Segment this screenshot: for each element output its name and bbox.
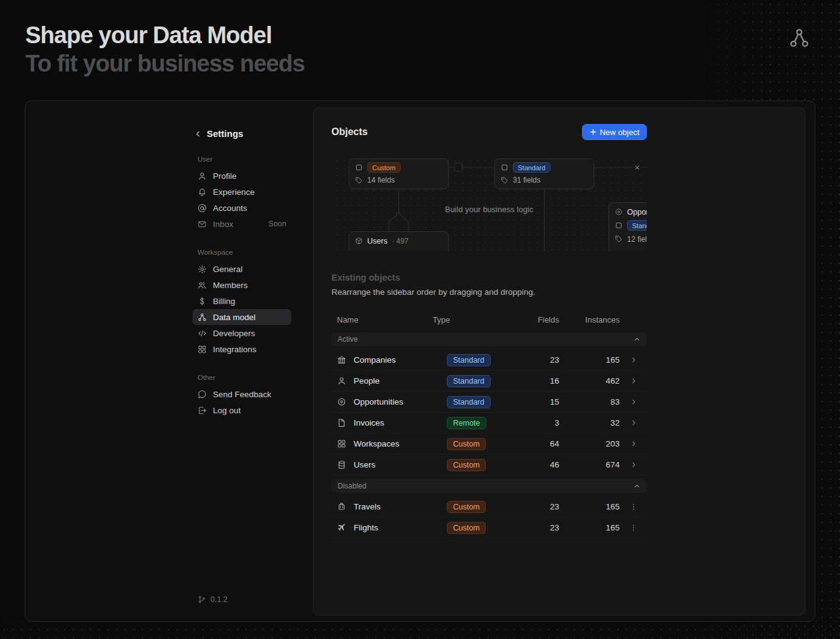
blocks-icon (337, 439, 346, 448)
logout-icon (198, 406, 207, 415)
type-badge: Custom (447, 501, 486, 513)
object-row-flights[interactable]: Flights Custom 23 165 (331, 517, 647, 538)
table-header: Name Type Fields Instances (331, 310, 647, 329)
inbox-icon (198, 220, 207, 229)
object-row-people[interactable]: People Standard 16 462 (331, 371, 647, 392)
panel-title: Objects (331, 126, 368, 138)
group-header-disabled[interactable]: Disabled (331, 479, 647, 493)
fields-count: 16 (513, 376, 559, 385)
chevron-up-icon (633, 336, 641, 343)
object-row-workspaces[interactable]: Workspaces Custom 64 203 (331, 434, 647, 455)
section-label-other: Other (198, 374, 291, 381)
sidebar-item-send-feedback[interactable]: Send Feedback (193, 386, 291, 402)
sidebar-item-label: Profile (213, 171, 236, 181)
column-name: Name (331, 315, 433, 324)
object-row-opportunities[interactable]: Opportunities Standard 15 83 (331, 392, 647, 413)
new-object-button[interactable]: New object (582, 124, 647, 140)
group-label: Disabled (338, 482, 367, 490)
instances-count: 203 (559, 439, 620, 448)
fields-count: 14 fields (367, 176, 395, 184)
sidebar-item-label: Members (213, 281, 247, 290)
canvas-node-custom[interactable]: Custom 14 fields (349, 159, 449, 189)
plus-icon (589, 128, 597, 136)
person-icon (337, 376, 346, 385)
sidebar-item-label: Inbox (213, 220, 233, 229)
fields-count: 12 fields (627, 235, 647, 244)
dots-vertical-icon (630, 524, 638, 532)
object-row-travels[interactable]: Travels Custom 23 165 (331, 497, 647, 517)
type-badge: Standard (447, 396, 491, 408)
chevron-right-icon (630, 377, 638, 385)
bell-icon (198, 188, 207, 197)
object-row-users[interactable]: Users Custom 46 674 (331, 455, 647, 476)
target-icon (337, 397, 346, 406)
type-badge: Standard (447, 354, 491, 366)
sidebar-item-integrations[interactable]: Integrations (193, 341, 291, 357)
remove-connection-button[interactable] (633, 163, 642, 172)
page-subtitle: To fit your business needs (25, 49, 305, 78)
sidebar-item-developers[interactable]: Developers (193, 325, 291, 341)
blocks-icon (198, 345, 207, 354)
row-menu-button[interactable] (620, 524, 647, 532)
object-name: People (354, 376, 380, 385)
object-name: Workspaces (354, 439, 399, 448)
user-icon (198, 171, 207, 181)
sidebar-item-data-model[interactable]: Data model (193, 309, 291, 325)
settings-back-button[interactable]: Settings (193, 128, 291, 139)
new-object-label: New object (600, 128, 639, 137)
object-row-companies[interactable]: Companies Standard 23 165 (331, 350, 647, 371)
sidebar-item-label: Developers (213, 329, 255, 338)
object-name: Invoices (354, 418, 385, 427)
file-icon (337, 418, 346, 427)
sidebar-item-log-out[interactable]: Log out (193, 402, 291, 418)
tag-icon (615, 235, 623, 243)
box-icon (355, 163, 363, 171)
object-name: Opportunities (354, 397, 403, 406)
settings-window: Settings User Profile Experience Account… (25, 101, 815, 622)
card-left-spacer (25, 101, 193, 621)
type-badge: Custom (447, 438, 486, 450)
chevron-right-icon (630, 461, 638, 469)
sidebar-item-experience[interactable]: Experience (193, 184, 291, 200)
fields-count: 23 (513, 523, 559, 532)
object-name: Travels (354, 502, 381, 511)
settings-title: Settings (207, 128, 243, 139)
sidebar-item-general[interactable]: General (193, 261, 291, 277)
existing-objects-heading: Existing objects (331, 273, 647, 282)
sidebar-item-profile[interactable]: Profile (193, 168, 291, 184)
sidebar-item-billing[interactable]: Billing (193, 293, 291, 309)
database-icon (337, 460, 346, 469)
sidebar-item-accounts[interactable]: Accounts (193, 200, 291, 216)
canvas-caption: Build your business logic (445, 205, 533, 214)
section-label-user: User (198, 155, 291, 163)
tag-icon (501, 176, 509, 184)
data-model-canvas[interactable]: Custom 14 fields Standard 31 fields (331, 155, 647, 251)
group-label: Active (338, 335, 358, 344)
object-row-invoices[interactable]: Invoices Remote 3 32 (331, 413, 647, 434)
sidebar-item-label: Log out (213, 406, 241, 415)
row-menu-button[interactable] (620, 503, 647, 511)
sidebar-item-inbox[interactable]: Inbox Soon (193, 216, 291, 232)
canvas-node-opportunities[interactable]: Opportunities Standard 12 fields (609, 202, 647, 251)
canvas-node-users[interactable]: Users · 497 (349, 231, 449, 251)
code-icon (198, 329, 207, 338)
chevron-left-icon (194, 130, 202, 138)
sidebar-item-label: General (213, 265, 243, 274)
data-model-icon (198, 313, 207, 322)
instances-count: 462 (559, 376, 620, 385)
tag-icon (355, 176, 363, 184)
box-icon (615, 221, 623, 229)
instances-count: 165 (559, 502, 620, 511)
git-branch-icon (198, 595, 206, 604)
type-badge: Custom (447, 459, 486, 471)
canvas-node-standard[interactable]: Standard 31 fields (494, 159, 594, 189)
object-name: Users (354, 460, 375, 469)
sidebar-item-label: Integrations (213, 345, 257, 354)
chevron-right-icon (630, 398, 638, 406)
sidebar-item-members[interactable]: Members (193, 277, 291, 293)
group-header-active[interactable]: Active (331, 332, 647, 346)
column-type: Type (433, 315, 513, 324)
plane-icon (337, 523, 346, 532)
column-fields: Fields (513, 315, 559, 324)
node-count: · 497 (392, 237, 409, 245)
